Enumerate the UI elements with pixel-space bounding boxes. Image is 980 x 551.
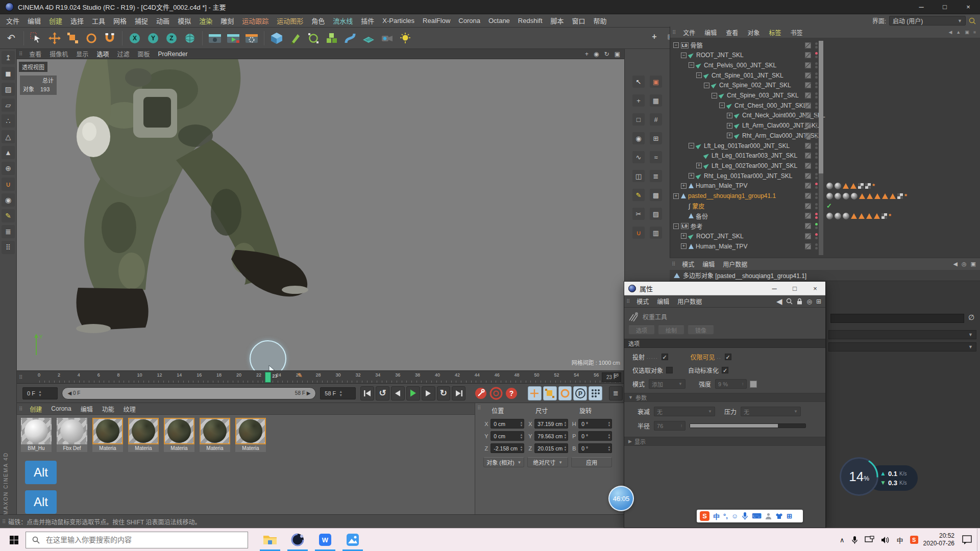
menu-item-0[interactable]: 文件: [6, 16, 19, 26]
palette-tool-icon[interactable]: ▩: [650, 189, 662, 201]
visibility-dots[interactable]: [815, 223, 818, 229]
tree-row[interactable]: −Cnt_Spine_001_JNT_SKL: [670, 70, 980, 80]
collapse-icon[interactable]: −: [696, 72, 702, 78]
play-forwards-button[interactable]: [406, 386, 420, 400]
props-menu-1[interactable]: 编辑: [657, 297, 669, 306]
enable-axis-icon[interactable]: ⊕: [2, 162, 15, 175]
weight-tab-0[interactable]: 选项: [628, 325, 655, 335]
workplane-icon[interactable]: ▱: [2, 98, 15, 112]
selection-tag-icon[interactable]: [859, 193, 865, 199]
material-thumbnail[interactable]: [164, 418, 194, 444]
menu-item-10[interactable]: 雕刻: [220, 16, 234, 26]
menu-item-7[interactable]: 动画: [156, 16, 169, 26]
selection-tag-icon[interactable]: [866, 213, 872, 219]
om-corner-icon-3[interactable]: ≡: [973, 30, 976, 35]
menu-item-4[interactable]: 工具: [92, 16, 105, 26]
add-cube-button[interactable]: [268, 30, 285, 46]
params-section-bar[interactable]: ▼参数: [624, 393, 825, 402]
wps-icon[interactable]: W: [313, 529, 337, 551]
material-item[interactable]: Materia: [235, 418, 267, 452]
object-manager-menu-item-5[interactable]: 书签: [790, 28, 802, 37]
object-manager-menu-item-0[interactable]: 文件: [683, 28, 695, 37]
attribute-dropdown-2[interactable]: ▼: [828, 342, 976, 352]
layer-toggle[interactable]: [805, 163, 811, 169]
selection-tag-icon[interactable]: [882, 193, 888, 199]
tree-row[interactable]: −Cnt_Pelvis_000_JNT_SKL: [670, 60, 980, 70]
selection-tag-icon[interactable]: [851, 213, 857, 219]
visibility-dots[interactable]: [815, 183, 818, 189]
tree-row[interactable]: +pasted__shouqiang1_group41.1*: [670, 191, 980, 201]
am-grip[interactable]: ⠿: [672, 261, 675, 267]
am-menu-1[interactable]: 编辑: [702, 260, 715, 268]
properties-minimize-button[interactable]: ─: [764, 282, 785, 295]
new-panel-icon[interactable]: ⊞: [816, 298, 821, 305]
viewport-menu-0[interactable]: 查看: [29, 49, 41, 58]
sogou-logo-icon[interactable]: S: [700, 511, 709, 521]
layer-toggle[interactable]: [805, 233, 811, 239]
end-frame-field[interactable]: 58 F▲▼: [320, 387, 355, 399]
object-manager-menu-item-4[interactable]: 标签: [769, 28, 781, 37]
start-button[interactable]: [10, 536, 18, 544]
menu-item-11[interactable]: 运动跟踪: [242, 16, 268, 26]
menu-item-5[interactable]: 网格: [113, 16, 127, 26]
ime-chinese-icon[interactable]: 中: [713, 511, 720, 521]
tree-row[interactable]: −Cnt_Spine_002_JNT_SKL: [670, 81, 980, 90]
coord-value-field[interactable]: -2.158 cm▲▼: [491, 443, 524, 453]
edges-mode-icon[interactable]: △: [2, 130, 15, 143]
menu-item-17[interactable]: RealFlow: [423, 17, 450, 24]
am-corner-icon-2[interactable]: ▣: [971, 261, 976, 267]
move-tool[interactable]: [46, 30, 63, 46]
object-manager-menu-item-3[interactable]: 对象: [747, 28, 760, 37]
tree-row[interactable]: −Cnt_Chest_000_JNT_SKL: [670, 101, 980, 110]
cast-checkbox[interactable]: ✓: [662, 354, 668, 360]
layer-toggle[interactable]: [805, 62, 811, 68]
object-manager-menu-grip[interactable]: ⠿: [672, 30, 675, 35]
palette-tool-icon[interactable]: ▥: [650, 227, 662, 239]
recording-timer-bubble[interactable]: 46:05: [608, 486, 634, 511]
menu-item-19[interactable]: Octane: [488, 17, 510, 24]
texture-tag-icon[interactable]: [851, 193, 857, 199]
texture-tag-icon[interactable]: [826, 183, 833, 189]
selected-only-checkbox[interactable]: [666, 367, 673, 373]
layer-toggle[interactable]: [805, 153, 811, 159]
interface-select[interactable]: 启动 (用户)▼: [889, 16, 966, 26]
material-thumbnail[interactable]: [235, 418, 266, 444]
texture-tag-icon[interactable]: [835, 183, 841, 189]
palette-tool-icon[interactable]: +: [632, 94, 645, 107]
undo-icon[interactable]: ↶: [3, 30, 19, 46]
palette-tool-icon[interactable]: ✎: [632, 189, 645, 201]
key-position-toggle[interactable]: [528, 386, 542, 400]
collapse-icon[interactable]: −: [673, 223, 679, 229]
display-icon[interactable]: [865, 536, 874, 544]
strength-slider-handle[interactable]: [750, 381, 757, 388]
coord-mode-dropdown[interactable]: 绝对尺寸▼: [527, 457, 568, 467]
palette-tool-icon[interactable]: ◉: [632, 132, 645, 144]
visibility-dots[interactable]: [815, 112, 818, 118]
zoom-view-icon[interactable]: ◉: [594, 51, 599, 58]
palette-tool-icon[interactable]: ∿: [632, 151, 645, 163]
coordinates-grip[interactable]: ⠿: [477, 405, 480, 467]
visibility-dots[interactable]: [815, 42, 818, 48]
weight-tag-icon[interactable]: *: [889, 212, 891, 220]
view-label[interactable]: 透视视图: [19, 62, 47, 72]
layer-toggle[interactable]: [805, 92, 811, 98]
tree-row[interactable]: −L0骨骼: [670, 40, 980, 50]
back-arrow-icon[interactable]: ◀: [776, 297, 782, 306]
selection-tag-icon[interactable]: [850, 183, 856, 189]
material-thumbnail[interactable]: [92, 418, 123, 444]
cinema4d-icon[interactable]: [286, 529, 309, 551]
expand-icon[interactable]: +: [727, 123, 732, 129]
material-item[interactable]: Materia: [92, 418, 124, 452]
visibility-dots[interactable]: [815, 72, 818, 79]
visibility-dots[interactable]: [815, 213, 818, 219]
add-light-button[interactable]: [397, 30, 413, 46]
menu-item-14[interactable]: 流水线: [333, 16, 353, 26]
collapse-icon[interactable]: −: [689, 143, 694, 148]
material-item[interactable]: BM_Hu: [21, 418, 53, 452]
timeline-mode-button[interactable]: ≣: [609, 386, 623, 400]
search-icon[interactable]: [969, 17, 976, 24]
om-corner-icon-0[interactable]: ◀: [948, 30, 952, 35]
expand-icon[interactable]: +: [681, 233, 687, 239]
soft-keyboard-icon[interactable]: ⌨: [752, 512, 762, 520]
layer-toggle[interactable]: [805, 203, 811, 209]
